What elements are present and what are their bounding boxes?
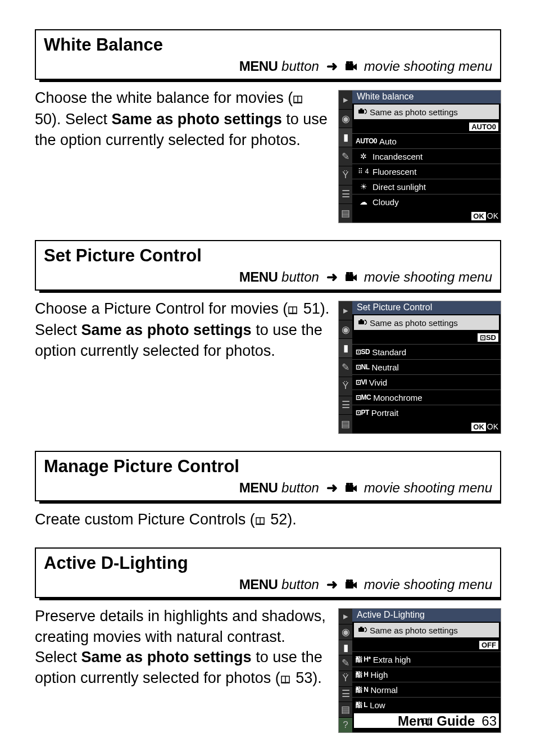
tab-icon: ▸	[339, 301, 352, 320]
bulb-icon: ✲	[356, 152, 371, 161]
tab-icon: ✎	[339, 655, 352, 671]
tab-icon: ▤	[339, 415, 352, 433]
badge: OFF	[479, 641, 498, 649]
page-footer: Menu Guide63	[398, 713, 497, 729]
screenshot-title: Active D-Lighting	[352, 609, 501, 622]
arrow-icon: ➜	[326, 480, 338, 495]
screenshot-tabs: ▸ ◉ ▮ ✎ Ÿ ☰ ▤	[339, 301, 352, 433]
screenshot-title: White balance	[352, 90, 501, 103]
svg-rect-7	[358, 320, 364, 324]
tab-icon: ▸	[339, 609, 352, 624]
arrow-icon: ➜	[326, 269, 338, 284]
menu-path: MENU button ➜ movie shooting menu	[36, 269, 500, 289]
screenshot-row: ✲Incandescent	[352, 148, 501, 164]
tab-icon: ▸	[339, 90, 352, 110]
tab-icon: ☰	[339, 396, 352, 415]
tab-icon: ◉	[339, 320, 352, 339]
screenshot-row: 酯 LLow	[352, 697, 501, 712]
screenshot-row: ⊡PTPortrait	[352, 405, 501, 420]
svg-rect-5	[358, 110, 364, 114]
svg-rect-10	[360, 627, 362, 628]
tab-icon: Ÿ	[339, 166, 352, 185]
screenshot-row: ⊡MCMonochrome	[352, 390, 501, 405]
heading-title: Set Picture Control	[36, 241, 500, 269]
sun-icon: ☀	[356, 182, 371, 191]
screenshot-row: 酯 NNormal	[352, 682, 501, 697]
screenshot-tabs: ▸ ◉ ▮ ✎ Ÿ ☰ ▤	[339, 90, 352, 223]
book-icon	[280, 669, 290, 689]
screenshot-tabs: ▸ ◉ ▮ ✎ Ÿ ☰ ▤ ?	[339, 609, 352, 732]
badge: ⊡SD	[478, 333, 498, 342]
tab-icon: Ÿ	[339, 377, 352, 396]
screenshot-row: ⊡NLNeutral	[352, 359, 501, 374]
body-text: Choose the white balance for movies ( 50…	[35, 88, 338, 150]
section-white-balance: White Balance MENU button ➜ movie shooti…	[35, 29, 501, 223]
svg-rect-8	[360, 319, 362, 321]
tab-icon: ☰	[339, 185, 352, 205]
screenshot-row: ⊡VIVivid	[352, 374, 501, 390]
heading-box: Active D-Lighting MENU button ➜ movie sh…	[35, 547, 501, 598]
screenshot-row: 酯 HHigh	[352, 667, 501, 682]
movie-camera-icon	[346, 271, 358, 287]
tab-icon: Ÿ	[339, 671, 352, 687]
screenshot-row: ⊡SDStandard	[352, 344, 501, 359]
body-text: Preserve details in highlights and shado…	[35, 606, 338, 689]
book-icon	[293, 89, 303, 109]
screenshot-white-balance: ▸ ◉ ▮ ✎ Ÿ ☰ ▤ White balance Same as phot…	[338, 90, 501, 223]
screenshot-row: ☀Direct sunlight	[352, 179, 501, 194]
footer-label: Menu Guide	[398, 713, 475, 728]
heading-title: Active D-Lighting	[36, 549, 500, 577]
body-text: Create custom Picture Controls ( 52).	[35, 509, 501, 531]
screenshot-selected-row: Same as photo settings	[353, 622, 499, 638]
tab-icon: ✎	[339, 358, 352, 377]
arrow-icon: ➜	[326, 58, 338, 74]
heading-title: Manage Picture Control	[36, 452, 500, 480]
movie-camera-icon	[346, 60, 358, 76]
heading-box: Set Picture Control MENU button ➜ movie …	[35, 240, 501, 291]
menu-path: MENU button ➜ movie shooting menu	[36, 480, 500, 500]
tab-icon: ▮	[339, 640, 352, 656]
heading-box: White Balance MENU button ➜ movie shooti…	[35, 29, 501, 80]
tab-icon: ✎	[339, 147, 352, 166]
movie-camera-icon	[346, 578, 358, 594]
screenshot-title: Set Picture Control	[352, 301, 501, 314]
page-number: 63	[482, 713, 497, 728]
section-set-picture-control: Set Picture Control MENU button ➜ movie …	[35, 240, 501, 434]
screenshot-row: ⠿ 4Fluorescent	[352, 164, 501, 179]
svg-rect-6	[360, 108, 362, 110]
screenshot-selected-row: Same as photo settings	[353, 315, 499, 331]
menu-path: MENU button ➜ movie shooting menu	[36, 577, 500, 597]
book-icon	[255, 510, 265, 531]
tab-icon: ▮	[339, 128, 352, 147]
heading-box: Manage Picture Control MENU button ➜ mov…	[35, 451, 501, 501]
camera-sync-icon	[357, 626, 367, 635]
screenshot-row: AUTO0Auto	[352, 133, 501, 148]
camera-sync-icon	[357, 107, 367, 117]
body-text: Choose a Picture Control for movies ( 51…	[35, 298, 338, 361]
arrow-icon: ➜	[326, 577, 338, 592]
section-manage-picture-control: Manage Picture Control MENU button ➜ mov…	[35, 451, 501, 531]
tab-icon: ◉	[339, 624, 352, 640]
ok-badge: OK	[471, 211, 487, 221]
screenshot-row: 酯 H*Extra high	[352, 651, 501, 667]
screenshot-row: ☁Cloudy	[352, 194, 501, 209]
tab-icon: ▮	[339, 339, 352, 358]
ok-badge: OK	[471, 422, 487, 432]
tab-icon: ▤	[339, 702, 352, 718]
svg-rect-9	[358, 628, 364, 632]
heading-title: White Balance	[36, 30, 500, 58]
tab-icon: ☰	[339, 687, 352, 703]
book-icon	[288, 300, 298, 320]
screenshot-selected-row: Same as photo settings	[353, 104, 499, 120]
movie-camera-icon	[346, 482, 358, 497]
screenshot-set-picture-control: ▸ ◉ ▮ ✎ Ÿ ☰ ▤ Set Picture Control Same a…	[338, 301, 501, 434]
tab-icon: ▤	[339, 204, 352, 223]
tab-icon: ?	[339, 718, 352, 733]
cloud-icon: ☁	[356, 197, 371, 206]
menu-path: MENU button ➜ movie shooting menu	[36, 58, 500, 79]
camera-sync-icon	[357, 318, 367, 328]
section-active-d-lighting: Active D-Lighting MENU button ➜ movie sh…	[35, 547, 501, 733]
tab-icon: ◉	[339, 110, 352, 129]
badge: AUTO0	[469, 123, 498, 131]
